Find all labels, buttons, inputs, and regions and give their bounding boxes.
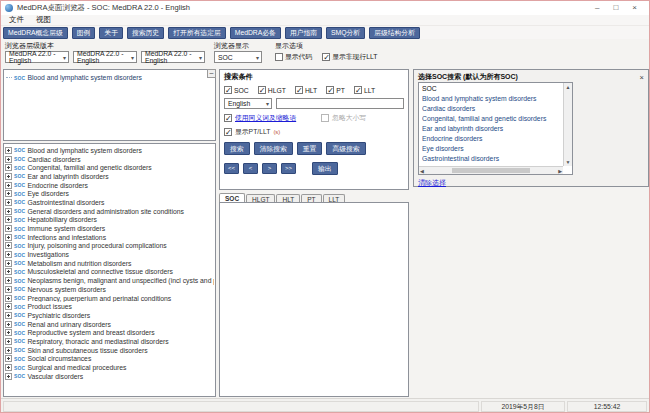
checkbox[interactable] (326, 86, 334, 94)
toolbar-button[interactable]: 层级结构分析 (369, 27, 420, 39)
soc-tree-item[interactable]: SOC Surgical and medical procedures (5, 363, 214, 372)
expand-plus-icon[interactable] (5, 277, 12, 284)
soc-list-item[interactable]: Blood and lymphatic system disorders (422, 94, 562, 104)
toolbar-button[interactable]: 用户指南 (285, 27, 322, 39)
minimize-icon[interactable]: – (595, 3, 599, 13)
scroll-left-icon[interactable]: ◀ (420, 167, 424, 175)
scroll-right-icon[interactable]: ▶ (558, 167, 562, 175)
expand-plus-icon[interactable] (5, 338, 12, 345)
soc-tree-item[interactable]: SOC Social circumstances (5, 355, 214, 364)
expand-plus-icon[interactable] (5, 373, 12, 380)
show-option[interactable]: 显示代码 (275, 52, 312, 62)
nav-button[interactable]: > (262, 163, 277, 174)
level-checkbox[interactable]: PT (326, 86, 345, 94)
toolbar-button[interactable]: 打开所有选定层 (168, 27, 226, 39)
soc-tree-item[interactable]: SOC Gastrointestinal disorders (5, 198, 214, 207)
soc-tree-item[interactable]: SOC Musculoskeletal and connective tissu… (5, 268, 214, 277)
soc-tree-item[interactable]: SOC Respiratory, thoracic and mediastina… (5, 337, 214, 346)
soc-tree-item[interactable]: SOC Congenital, familial and genetic dis… (5, 163, 214, 172)
checkbox[interactable] (275, 53, 283, 61)
show-ptllt-checkbox[interactable] (224, 128, 232, 136)
toolbar-button[interactable]: MedDRA概念层级 (3, 27, 68, 39)
expand-plus-icon[interactable] (5, 260, 12, 267)
version-select-1[interactable]: MedDRA 22.0 - English▾ (5, 51, 69, 63)
expand-plus-icon[interactable] (5, 251, 12, 258)
search-action-button[interactable]: 搜索 (224, 142, 250, 155)
collapse-button[interactable]: – (207, 69, 216, 78)
nav-button[interactable]: < (243, 163, 258, 174)
secondary-option[interactable]: 忽略大小写 (321, 113, 366, 123)
search-term-input[interactable] (276, 98, 404, 109)
soc-tree-item[interactable]: SOC Neoplasms benign, malignant and unsp… (5, 276, 214, 285)
search-action-button[interactable]: 高级搜索 (326, 142, 365, 155)
expand-plus-icon[interactable] (5, 216, 12, 223)
toolbar-button[interactable]: 搜索历史 (127, 27, 164, 39)
soc-tree-item[interactable]: SOC Endocrine disorders (5, 181, 214, 190)
soc-tree-item[interactable]: SOC Ear and labyrinth disorders (5, 172, 214, 181)
soc-list-item[interactable]: Ear and labyrinth disorders (422, 124, 562, 134)
expand-plus-icon[interactable] (5, 208, 12, 215)
toolbar-button[interactable]: SMQ分析 (326, 27, 365, 39)
expand-plus-icon[interactable] (5, 303, 12, 310)
checkbox[interactable] (295, 86, 303, 94)
expand-plus-icon[interactable] (5, 234, 12, 241)
soc-tree-item[interactable]: SOC Skin and subcutaneous tissue disorde… (5, 346, 214, 355)
nav-button[interactable]: >> (281, 163, 296, 174)
soc-tree-item[interactable]: SOC Nervous system disorders (5, 285, 214, 294)
secondary-checkbox[interactable] (321, 114, 329, 122)
toolbar-button[interactable]: 关于 (99, 27, 123, 39)
expand-plus-icon[interactable] (5, 355, 12, 362)
soc-tree-item[interactable]: SOC Vascular disorders (5, 372, 214, 381)
expand-plus-icon[interactable] (5, 347, 12, 354)
export-button[interactable]: 输出 (312, 162, 338, 175)
search-action-button[interactable]: 清除搜索 (254, 142, 293, 155)
soc-tree-item[interactable]: SOC General disorders and administration… (5, 207, 214, 216)
soc-tree-item[interactable]: SOC Infections and infestations (5, 233, 214, 242)
expand-plus-icon[interactable] (5, 295, 12, 302)
expand-plus-icon[interactable] (5, 147, 12, 154)
soc-tree-item[interactable]: SOC Pregnancy, puerperium and perinatal … (5, 294, 214, 303)
checkbox[interactable] (354, 86, 362, 94)
expand-plus-icon[interactable] (5, 329, 12, 336)
close-icon[interactable]: × (640, 74, 644, 81)
soc-list-item[interactable]: Eye disorders (422, 144, 562, 154)
maximize-icon[interactable]: □ (613, 3, 618, 13)
soc-tree-item[interactable]: SOC Product issues (5, 302, 214, 311)
search-action-button[interactable]: 重置 (297, 142, 323, 155)
level-checkbox[interactable]: LLT (354, 86, 375, 94)
expand-plus-icon[interactable] (5, 173, 12, 180)
search-language-select[interactable]: English▾ (224, 98, 272, 109)
checkbox[interactable] (322, 53, 330, 61)
toolbar-button[interactable]: MedDRA必备 (230, 27, 281, 39)
checkbox[interactable] (258, 86, 266, 94)
level-checkbox[interactable]: HLGT (258, 86, 286, 94)
nav-button[interactable]: << (224, 163, 239, 174)
level-checkbox[interactable]: HLT (295, 86, 317, 94)
soc-tree-item[interactable]: SOC Psychiatric disorders (5, 311, 214, 320)
expand-plus-icon[interactable] (5, 164, 12, 171)
expand-plus-icon[interactable] (5, 156, 12, 163)
expand-plus-icon[interactable] (5, 182, 12, 189)
close-icon[interactable]: × (632, 3, 637, 13)
scrollbar-thumb[interactable] (452, 168, 530, 173)
scroll-down-icon[interactable]: ▼ (566, 158, 571, 166)
expand-plus-icon[interactable] (5, 364, 12, 371)
synonym-link[interactable]: 使用同义词及缩略语 (235, 113, 296, 123)
soc-tree-item[interactable]: SOC Injury, poisoning and procedural com… (5, 242, 214, 251)
expand-plus-icon[interactable] (5, 321, 12, 328)
soc-tree-item[interactable]: SOC Eye disorders (5, 189, 214, 198)
soc-list-item[interactable]: Congenital, familial and genetic disorde… (422, 114, 562, 124)
expand-plus-icon[interactable] (5, 199, 12, 206)
level-checkbox[interactable]: SOC (224, 86, 249, 94)
clear-selection-link[interactable]: 清除选择 (418, 178, 446, 188)
soc-tree-item[interactable]: SOC Reproductive system and breast disor… (5, 328, 214, 337)
expand-plus-icon[interactable] (5, 286, 12, 293)
display-select[interactable]: SOC▾ (214, 51, 262, 63)
expand-plus-icon[interactable] (5, 225, 12, 232)
soc-tree-item[interactable]: SOC Cardiac disorders (5, 155, 214, 164)
soc-list-item[interactable]: Cardiac disorders (422, 104, 562, 114)
horizontal-scrollbar[interactable]: ◀ ▶ (419, 166, 563, 174)
expand-plus-icon[interactable] (5, 268, 12, 275)
soc-tree-item[interactable]: SOC Hepatobiliary disorders (5, 216, 214, 225)
scroll-up-icon[interactable]: ▲ (566, 83, 571, 91)
